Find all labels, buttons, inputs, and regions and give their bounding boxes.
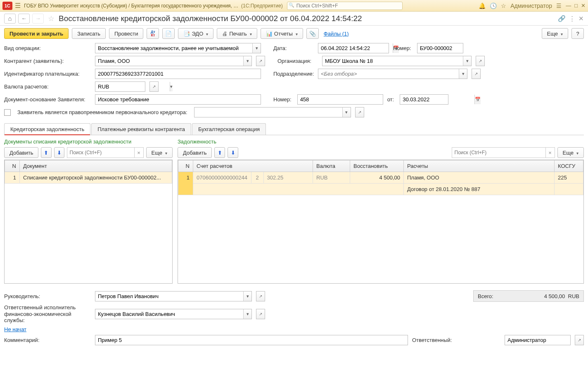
- dropdown-icon[interactable]: [243, 292, 251, 301]
- settings-icon[interactable]: ☰: [556, 2, 562, 9]
- debt-search-input[interactable]: [452, 148, 545, 158]
- home-button[interactable]: [4, 14, 16, 24]
- move-up-button[interactable]: ⬆: [214, 147, 225, 158]
- post-button[interactable]: Провести: [109, 28, 144, 39]
- table-row[interactable]: 1 07060000000000244 2 302.25 RUB 4 500,0…: [178, 172, 583, 184]
- comment-field[interactable]: [95, 335, 408, 345]
- kebab-icon[interactable]: ⋮: [569, 15, 575, 22]
- successor-open[interactable]: [355, 107, 364, 117]
- dropdown-icon[interactable]: [252, 43, 261, 53]
- tab-accounting[interactable]: Бухгалтерская операция: [192, 123, 266, 135]
- successor-field[interactable]: [194, 107, 351, 117]
- col-n[interactable]: N: [178, 160, 193, 172]
- currency-input[interactable]: [95, 82, 170, 91]
- debt-search[interactable]: ×: [452, 147, 555, 158]
- dtkt-button[interactable]: ДтКт: [147, 28, 159, 39]
- save-button[interactable]: Записать: [72, 28, 106, 39]
- date-field[interactable]: [318, 43, 389, 53]
- exec-field[interactable]: [95, 309, 252, 319]
- division-input[interactable]: [318, 69, 459, 79]
- head-open[interactable]: [256, 291, 265, 301]
- basis-num-input[interactable]: [298, 95, 383, 104]
- op-type-field[interactable]: [95, 43, 261, 53]
- close-page-button[interactable]: ✕: [579, 15, 584, 22]
- org-open[interactable]: [476, 56, 485, 66]
- clear-icon[interactable]: ×: [134, 148, 143, 158]
- date-input[interactable]: [318, 43, 393, 53]
- star-icon[interactable]: ☆: [501, 2, 506, 9]
- add-button[interactable]: Добавить: [178, 147, 212, 158]
- not-started-link[interactable]: Не начат: [4, 326, 26, 332]
- move-down-button[interactable]: ⬇: [228, 147, 238, 158]
- dropdown-icon[interactable]: [170, 82, 173, 91]
- col-kosgu[interactable]: КОСГУ: [555, 160, 583, 172]
- responsible-field[interactable]: [505, 335, 571, 345]
- document-icon-button[interactable]: 📄: [162, 28, 175, 39]
- tab-requisites[interactable]: Платежные реквизиты контрагента: [91, 123, 191, 135]
- division-field[interactable]: [318, 69, 467, 79]
- history-icon[interactable]: 🕓: [490, 2, 497, 9]
- tab-credit[interactable]: Кредиторская задолженность: [4, 123, 90, 135]
- head-input[interactable]: [95, 292, 243, 301]
- forward-button[interactable]: →: [32, 14, 44, 24]
- writeoff-search-input[interactable]: [67, 148, 134, 158]
- currency-field[interactable]: [95, 81, 145, 92]
- responsible-input[interactable]: [505, 335, 579, 345]
- main-menu-icon[interactable]: ☰: [15, 2, 21, 10]
- basis-date-field[interactable]: [400, 94, 448, 105]
- table-row-sub[interactable]: Договор от 28.01.2020 № 887: [178, 184, 583, 195]
- favorite-star-icon[interactable]: ☆: [48, 14, 55, 23]
- link-icon[interactable]: 🔗: [558, 15, 566, 22]
- debt-grid[interactable]: N Счет расчетов Валюта Восстановить Расч…: [178, 160, 584, 284]
- col-n[interactable]: N: [5, 160, 20, 172]
- table-row[interactable]: 1 Списание кредиторской задолженности БУ…: [5, 172, 172, 184]
- payer-id-field[interactable]: [95, 69, 261, 79]
- basis-num-field[interactable]: [297, 94, 383, 105]
- files-link[interactable]: Файлы (1): [324, 31, 349, 37]
- dropdown-icon[interactable]: [243, 309, 251, 319]
- comment-input[interactable]: [95, 335, 408, 345]
- add-button[interactable]: Добавить: [4, 147, 38, 158]
- writeoff-search[interactable]: ×: [67, 147, 144, 158]
- global-search-input[interactable]: [287, 2, 403, 10]
- col-restore[interactable]: Восстановить: [350, 160, 404, 172]
- counterparty-input[interactable]: [95, 56, 243, 66]
- dropdown-icon[interactable]: [459, 69, 467, 79]
- maximize-button[interactable]: □: [574, 2, 578, 9]
- col-account[interactable]: Счет расчетов: [193, 160, 313, 172]
- basis-date-input[interactable]: [400, 95, 474, 104]
- exec-open[interactable]: [256, 309, 265, 319]
- clear-icon[interactable]: ×: [545, 148, 555, 158]
- post-and-close-button[interactable]: Провести и закрыть: [4, 28, 69, 39]
- col-currency[interactable]: Валюта: [313, 160, 350, 172]
- successor-input[interactable]: [194, 108, 342, 117]
- dropdown-icon[interactable]: [463, 56, 471, 66]
- back-button[interactable]: ←: [18, 14, 30, 24]
- calendar-icon[interactable]: [474, 95, 481, 104]
- basis-input[interactable]: [95, 95, 261, 104]
- more-button[interactable]: Еще: [557, 147, 584, 158]
- move-down-button[interactable]: ⬇: [54, 147, 64, 158]
- col-settlements[interactable]: Расчеты: [404, 160, 555, 172]
- col-doc[interactable]: Документ: [20, 160, 172, 172]
- reports-button[interactable]: 📊 Отчеты: [261, 28, 303, 39]
- writeoff-grid[interactable]: N Документ 1 Списание кредиторской задол…: [4, 160, 173, 284]
- counterparty-open[interactable]: [256, 56, 265, 66]
- number-input[interactable]: [417, 43, 463, 53]
- org-field[interactable]: [322, 56, 472, 66]
- bell-icon[interactable]: 🔔: [479, 2, 486, 9]
- move-up-button[interactable]: ⬆: [41, 147, 51, 158]
- more-button[interactable]: Еще: [542, 28, 568, 39]
- org-input[interactable]: [322, 56, 463, 66]
- op-type-input[interactable]: [95, 43, 252, 53]
- head-field[interactable]: [95, 291, 252, 301]
- division-open[interactable]: [472, 69, 481, 79]
- edo-button[interactable]: 📑 ЭДО: [178, 28, 213, 39]
- dropdown-icon[interactable]: [243, 56, 251, 66]
- exec-input[interactable]: [95, 309, 243, 319]
- user-label[interactable]: Администратор: [510, 2, 552, 9]
- basis-field[interactable]: [95, 94, 261, 105]
- currency-open[interactable]: [149, 81, 159, 92]
- counterparty-field[interactable]: [95, 56, 252, 66]
- dropdown-icon[interactable]: [342, 108, 351, 117]
